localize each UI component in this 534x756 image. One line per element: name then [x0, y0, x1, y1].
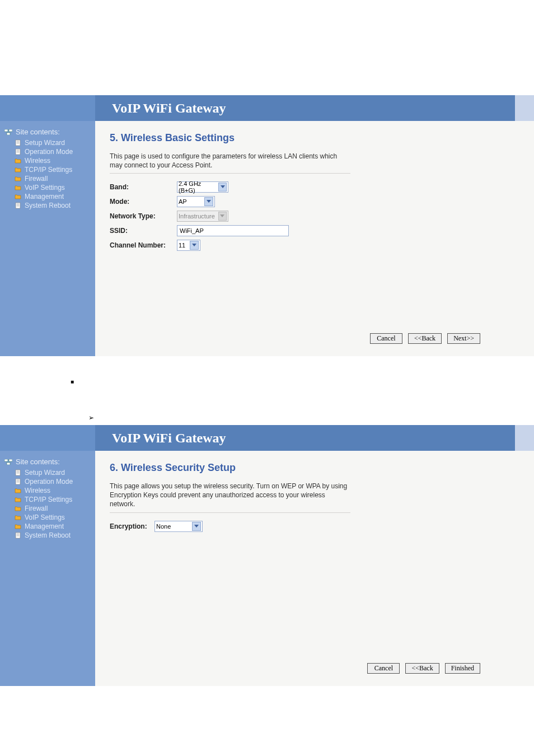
folder-icon [15, 157, 21, 164]
svg-rect-7 [16, 149, 20, 155]
page-desc: This page is used to configure the param… [110, 152, 350, 170]
content-panel: 5. Wireless Basic Settings This page is … [95, 121, 515, 356]
sidebar-item-label: TCP/IP Settings [25, 496, 72, 503]
band-select[interactable]: 2.4 GHz (B+G) [177, 181, 228, 193]
finished-button[interactable]: Finished [445, 663, 480, 674]
back-button[interactable]: <<Back [405, 663, 439, 674]
page-icon [15, 148, 21, 155]
back-button[interactable]: <<Back [408, 333, 442, 344]
sidebar: Site contents: Setup WizardOperation Mod… [0, 451, 95, 686]
sitemap-icon [4, 459, 12, 465]
sidebar-item-label: TCP/IP Settings [25, 166, 72, 174]
sidebar-item-firewall[interactable]: Firewall [15, 504, 91, 513]
svg-rect-18 [16, 470, 20, 475]
next-button[interactable]: Next>> [447, 333, 480, 344]
divider [110, 173, 350, 174]
sidebar-item-setup-wizard[interactable]: Setup Wizard [15, 468, 91, 477]
header-bar: VoIP WiFi Gateway [0, 95, 534, 121]
svg-rect-17 [7, 463, 10, 465]
sidebar-item-system-reboot[interactable]: System Reboot [15, 201, 91, 210]
folder-icon [15, 166, 21, 173]
page-title: 5. Wireless Basic Settings [110, 132, 499, 144]
folder-icon [15, 175, 21, 182]
sidebar-item-label: Setup Wizard [25, 139, 65, 147]
sidebar-item-operation-mode[interactable]: Operation Mode [15, 147, 91, 156]
folder-icon [15, 523, 21, 530]
sidebar-title: Site contents: [4, 458, 91, 466]
chevron-down-icon [204, 197, 213, 206]
sitemap-icon [4, 129, 12, 135]
folder-icon [15, 496, 21, 503]
sidebar-item-label: Setup Wizard [25, 469, 65, 477]
chevron-down-icon [218, 212, 227, 221]
ssid-input[interactable] [177, 225, 289, 236]
folder-icon [15, 505, 21, 512]
label-encryption: Encryption: [110, 522, 154, 530]
svg-rect-15 [4, 459, 8, 461]
square-bullet-icon: ■ [71, 379, 534, 385]
sidebar: Site contents: Setup WizardOperation Mod… [0, 121, 95, 356]
sidebar-item-voip-settings[interactable]: VoIP Settings [15, 183, 91, 192]
nav-list: Setup WizardOperation ModeWirelessTCP/IP… [4, 468, 91, 540]
svg-rect-0 [4, 129, 8, 132]
nav-list: Setup WizardOperation ModeWirelessTCP/IP… [4, 138, 91, 210]
page-icon [15, 532, 21, 539]
folder-icon [15, 184, 21, 191]
page-icon [15, 139, 21, 146]
sidebar-item-label: Wireless [25, 487, 50, 494]
channel-select[interactable]: 11 [177, 240, 200, 251]
sidebar-item-management[interactable]: Management [15, 192, 91, 201]
label-mode: Mode: [110, 198, 177, 206]
sidebar-item-label: VoIP Settings [25, 514, 65, 521]
label-network-type: Network Type: [110, 212, 177, 220]
sidebar-item-voip-settings[interactable]: VoIP Settings [15, 513, 91, 522]
svg-rect-22 [16, 479, 20, 484]
sidebar-item-label: Wireless [25, 157, 50, 165]
sidebar-item-label: Management [25, 193, 64, 200]
chevron-down-icon [192, 522, 201, 531]
sidebar-item-tcp-ip-settings[interactable]: TCP/IP Settings [15, 495, 91, 504]
triangle-bullet-icon: ➢ [88, 414, 534, 422]
mode-select[interactable]: AP [177, 196, 215, 207]
sidebar-title-label: Site contents: [16, 458, 60, 466]
sidebar-item-label: Firewall [25, 505, 48, 512]
svg-rect-2 [7, 133, 10, 135]
cancel-button[interactable]: Cancel [370, 333, 402, 344]
page-title: 6. Wireless Security Setup [110, 462, 499, 474]
sidebar-item-system-reboot[interactable]: System Reboot [15, 531, 91, 540]
divider [110, 512, 350, 513]
sidebar-item-label: Firewall [25, 175, 48, 183]
gateway-screen-6: VoIP WiFi Gateway Site contents: Setup W… [0, 425, 534, 686]
sidebar-item-wireless[interactable]: Wireless [15, 486, 91, 495]
page-icon [15, 202, 21, 209]
svg-rect-16 [9, 459, 12, 461]
sidebar-item-label: Operation Mode [25, 148, 73, 156]
sidebar-item-label: VoIP Settings [25, 184, 65, 192]
sidebar-item-label: Operation Mode [25, 478, 73, 486]
svg-rect-1 [9, 129, 12, 132]
header-bar: VoIP WiFi Gateway [0, 425, 534, 451]
page-desc: This page allows you setup the wireless … [110, 482, 350, 509]
svg-rect-3 [16, 140, 20, 146]
label-channel: Channel Number: [110, 241, 177, 249]
cancel-button[interactable]: Cancel [367, 663, 400, 674]
sidebar-item-wireless[interactable]: Wireless [15, 156, 91, 165]
wizard-buttons: Cancel <<Back Next>> [370, 333, 480, 344]
encryption-select[interactable]: None [154, 521, 203, 532]
sidebar-item-management[interactable]: Management [15, 522, 91, 531]
header-title: VoIP WiFi Gateway [95, 95, 515, 121]
folder-icon [15, 514, 21, 521]
page-icon [15, 469, 21, 476]
folder-icon [15, 193, 21, 200]
sidebar-item-setup-wizard[interactable]: Setup Wizard [15, 138, 91, 147]
sidebar-item-label: Management [25, 522, 64, 530]
network-type-select: Infrastructure [177, 211, 228, 222]
label-band: Band: [110, 183, 177, 191]
sidebar-item-label: System Reboot [25, 531, 71, 539]
svg-rect-26 [16, 533, 20, 538]
wizard-buttons: Cancel <<Back Finished [367, 663, 480, 674]
folder-icon [15, 487, 21, 494]
sidebar-item-tcp-ip-settings[interactable]: TCP/IP Settings [15, 165, 91, 174]
sidebar-item-firewall[interactable]: Firewall [15, 174, 91, 183]
sidebar-item-operation-mode[interactable]: Operation Mode [15, 477, 91, 486]
